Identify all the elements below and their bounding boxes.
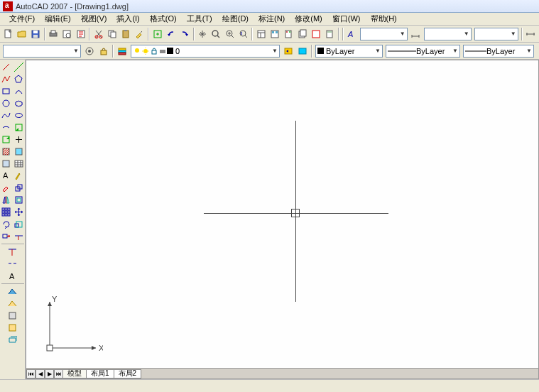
view-tool-4[interactable] — [7, 322, 18, 333]
drawing-canvas[interactable]: X Y ⏮ ◀ ▶ ⏭ 模型 布局1 布局2 — [26, 60, 539, 379]
tab-layout2[interactable]: 布局2 — [114, 369, 142, 379]
publish-button[interactable] — [75, 28, 87, 40]
rotate-button[interactable] — [1, 218, 12, 229]
block-editor-button[interactable] — [151, 28, 163, 40]
svg-rect-65 — [5, 208, 7, 210]
view-tool-3[interactable] — [7, 310, 18, 321]
spline-button[interactable] — [1, 109, 12, 121]
print-preview-button[interactable] — [61, 28, 73, 40]
xline-button[interactable] — [13, 61, 25, 72]
quickcalc-button[interactable] — [323, 28, 335, 40]
new-button[interactable] — [2, 28, 14, 40]
layer-combo[interactable]: 0 ▼ — [131, 45, 280, 58]
revcloud-button[interactable] — [13, 97, 25, 109]
make-block-button[interactable] — [1, 134, 12, 145]
modify1-button[interactable] — [13, 170, 25, 181]
polygon-button[interactable] — [13, 73, 25, 85]
menu-dimension[interactable]: 标注(N) — [254, 13, 290, 25]
match-props-button[interactable] — [134, 28, 146, 40]
ellipse-arc-button[interactable] — [1, 121, 12, 133]
textstyle-combo[interactable]: ▼ — [360, 28, 408, 40]
print-button[interactable] — [48, 28, 60, 40]
line-button[interactable] — [1, 61, 12, 72]
lineweight-combo[interactable]: ByLayer ▼ — [463, 45, 534, 58]
design-center-button[interactable] — [269, 28, 281, 40]
region-button[interactable] — [1, 158, 12, 169]
copy-obj-button[interactable] — [13, 182, 25, 193]
view-tool-1[interactable] — [7, 285, 18, 297]
distance-button[interactable] — [525, 28, 537, 40]
scale-button[interactable] — [13, 218, 25, 229]
svg-rect-43 — [299, 48, 306, 54]
menu-modify[interactable]: 修改(M) — [290, 13, 327, 25]
stretch-button[interactable] — [1, 230, 12, 241]
open-button[interactable] — [16, 28, 28, 40]
save-button[interactable] — [29, 28, 41, 40]
properties-button[interactable] — [255, 28, 267, 40]
tab-prev-button[interactable]: ◀ — [36, 369, 45, 379]
svg-rect-51 — [16, 124, 22, 131]
tab-layout1[interactable]: 布局1 — [86, 369, 114, 379]
menu-view[interactable]: 视图(V) — [76, 13, 112, 25]
layer-states-button[interactable] — [296, 45, 309, 58]
view-tool-2[interactable] — [7, 298, 18, 309]
dimstyle-combo[interactable]: ▼ — [424, 28, 472, 40]
menu-format[interactable]: 格式(O) — [145, 13, 182, 25]
menu-edit[interactable]: 编辑(E) — [40, 13, 76, 25]
menu-file[interactable]: 文件(F) — [4, 13, 40, 25]
copy-button[interactable] — [106, 28, 118, 40]
erase-button[interactable] — [1, 182, 12, 193]
pan-button[interactable] — [197, 28, 209, 40]
mtext-button[interactable]: A — [1, 170, 12, 181]
svg-rect-55 — [16, 148, 22, 155]
dim-style-button[interactable] — [410, 28, 422, 40]
offset-button[interactable] — [13, 194, 25, 205]
move-button[interactable] — [13, 206, 25, 217]
hatch-button[interactable] — [1, 146, 12, 157]
extend-button[interactable] — [7, 246, 18, 257]
workspace-lock-button[interactable] — [97, 45, 110, 58]
workspace-combo[interactable]: ▼ — [3, 45, 81, 58]
text-style-button[interactable]: A — [346, 28, 358, 40]
ellipse-button[interactable] — [13, 109, 25, 121]
array-button[interactable] — [1, 206, 12, 217]
markup-button[interactable] — [310, 28, 322, 40]
menu-tools[interactable]: 工具(T) — [182, 13, 217, 25]
zoom-realtime-button[interactable] — [210, 28, 222, 40]
zoom-previous-button[interactable] — [237, 28, 249, 40]
break-button[interactable] — [7, 258, 18, 269]
tab-next-button[interactable]: ▶ — [45, 369, 54, 379]
rectangle-button[interactable] — [1, 85, 12, 97]
undo-button[interactable] — [165, 28, 177, 40]
tab-model[interactable]: 模型 — [62, 369, 87, 379]
mtext-big-button[interactable]: A — [7, 270, 18, 281]
mirror-button[interactable] — [1, 194, 12, 205]
menu-insert[interactable]: 插入(I) — [111, 13, 144, 25]
zoom-window-button[interactable] — [224, 28, 236, 40]
tool-palettes-button[interactable] — [283, 28, 295, 40]
table-button[interactable] — [13, 158, 25, 169]
color-combo[interactable]: ByLayer ▼ — [315, 45, 383, 58]
sheet-set-button[interactable] — [296, 28, 308, 40]
linetype-combo[interactable]: ByLayer ▼ — [386, 45, 460, 58]
layer-previous-button[interactable] — [282, 45, 295, 58]
cut-button[interactable] — [92, 28, 104, 40]
paste-button[interactable] — [120, 28, 132, 40]
workspace-settings-button[interactable] — [83, 45, 96, 58]
gradient-button[interactable] — [13, 146, 25, 157]
menu-window[interactable]: 窗口(W) — [327, 13, 366, 25]
menu-help[interactable]: 帮助(H) — [366, 13, 402, 25]
trim-button[interactable] — [13, 230, 25, 241]
menu-draw[interactable]: 绘图(D) — [217, 13, 254, 25]
point-button[interactable] — [13, 134, 25, 145]
circle-button[interactable] — [1, 97, 12, 109]
arc-button[interactable] — [13, 85, 25, 97]
layer-properties-button[interactable] — [116, 45, 129, 58]
view-tool-5[interactable] — [7, 334, 18, 345]
svg-point-38 — [135, 48, 139, 53]
polyline-button[interactable] — [1, 73, 12, 85]
redo-button[interactable] — [178, 28, 190, 40]
tab-first-button[interactable]: ⏮ — [26, 369, 36, 379]
insert-block-button[interactable] — [13, 121, 25, 133]
tablestyle-combo[interactable]: ▼ — [474, 28, 518, 40]
